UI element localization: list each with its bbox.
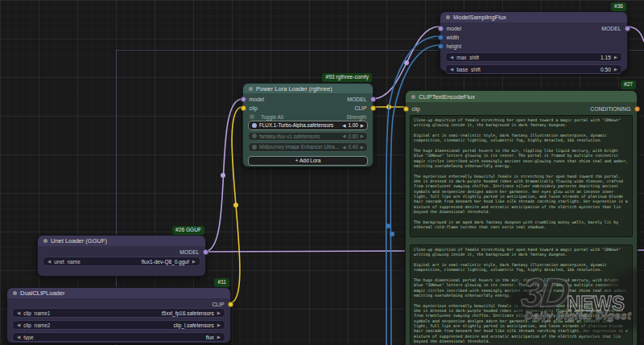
node-title: ModelSamplingFlux [453,14,506,21]
input-label: model [447,26,462,31]
input-port-height[interactable] [438,43,444,49]
node-power-lora-loader[interactable]: Power Lora Loader (rgthree) model MODEL … [242,83,374,167]
collapse-dot-icon[interactable] [43,239,47,243]
input-port-clip[interactable] [403,106,409,112]
output-port-model[interactable] [625,26,630,31]
input-port-clip[interactable] [241,105,246,111]
lora-row[interactable]: fantasy-flux-v1.safetensors ◀ 0.80 ▶ [248,132,368,142]
lora-name: FLUX.1-Turbo-Alpha.safetensors [259,122,340,128]
widget-type[interactable]: ◀ type flux ▶ [12,332,225,342]
node-title-bar[interactable]: Power Lora Loader (rgthree) [243,84,373,93]
increment-arrow-icon[interactable]: ▶ [361,133,364,138]
decrement-arrow-icon[interactable]: ◀ [450,55,453,60]
decrement-arrow-icon[interactable]: ◀ [450,67,453,72]
input-label: model [250,97,265,102]
input-label: height [447,43,462,49]
widget-name: clip_name2 [23,322,50,328]
prev-option-arrow-icon[interactable]: ◀ [17,322,20,327]
node-title-bar[interactable]: Unet Loader (GGUF) [38,236,205,246]
toggle-all-switch[interactable] [250,114,254,119]
lora-row[interactable]: Midjourney Image Enhancer Ultra.safetens… [248,142,368,152]
lora-name: Midjourney Image Enhancer Ultra.safetens… [259,144,340,150]
clip-l-prompt-textarea[interactable]: Close-up depiction of female stretching … [410,115,633,237]
node-badge-dualclip: #11 [214,278,229,287]
node-dual-clip-loader[interactable]: DualCLIPLoader CLIP ◀ clip_name1 t5xxl_f… [6,287,231,343]
collapse-dot-icon[interactable] [13,291,17,295]
node-title: DualCLIPLoader [20,290,64,297]
next-option-arrow-icon[interactable]: ▶ [217,335,221,339]
input-label: clip [412,106,420,112]
widget-unet-name[interactable]: ◀ unet_name flux1-dev-Q8_0.gguf ▶ [43,257,200,266]
increment-arrow-icon[interactable]: ▶ [614,67,617,72]
toggle-all-label: Toggle All [261,114,283,120]
output-port-conditioning[interactable] [634,106,640,112]
widget-value: 1.15 [601,55,611,60]
lora-row[interactable]: FLUX.1-Turbo-Alpha.safetensors ◀ 1.00 ▶ [248,121,368,130]
strength-header: Strength [346,114,366,120]
widget-name: type [23,335,33,340]
node-title-bar[interactable]: CLIPTextEncodeFlux [406,91,637,102]
node-title: Unet Loader (GGUF) [51,237,107,244]
lora-strength: 0.80 [349,133,358,139]
node-badge-lora: #93 rgthree-comfy [322,73,372,82]
lora-strength: 1.00 [349,122,358,128]
node-badge-unet: #26 GGUF [172,226,204,235]
widget-value: 0.50 [601,67,611,72]
prev-option-arrow-icon[interactable]: ◀ [17,335,20,339]
widget-value: flux [206,335,214,340]
output-label: CLIP [212,302,224,307]
widget-max-shift[interactable]: ◀ max_shift 1.15 ▶ [445,52,622,62]
widget-name: clip_name1 [23,310,50,316]
node-clip-text-encode-flux[interactable]: CLIPTextEncodeFlux clip CONDITIONING Clo… [405,90,638,345]
node-title: CLIPTextEncodeFlux [419,93,475,101]
input-label: width [447,35,460,40]
lora-name: fantasy-flux-v1.safetensors [259,133,340,139]
widget-name: base_shift [456,67,481,72]
prev-option-arrow-icon[interactable]: ◀ [17,310,20,315]
output-label: MODEL [180,249,199,255]
output-label: MODEL [347,97,366,102]
prev-option-arrow-icon[interactable]: ◀ [47,259,51,264]
decrement-arrow-icon[interactable]: ◀ [342,145,345,150]
input-port-model[interactable] [241,97,246,102]
output-port-model[interactable] [203,249,208,255]
widget-clip-name2[interactable]: ◀ clip_name2 clip_l.safetensors ▶ [12,320,225,330]
output-port-clip[interactable] [228,302,233,307]
node-canvas[interactable]: #36 ModelSamplingFlux model MODEL width … [0,0,644,345]
output-label: CONDITIONING [590,106,630,112]
increment-arrow-icon[interactable]: ▶ [361,145,364,150]
input-port-width[interactable] [438,35,444,40]
next-option-arrow-icon[interactable]: ▶ [217,322,221,327]
node-title-bar[interactable]: ModelSamplingFlux [440,12,627,23]
lora-toggle-off[interactable] [252,145,257,150]
collapse-dot-icon[interactable] [411,95,415,99]
increment-arrow-icon[interactable]: ▶ [361,123,364,128]
lora-strength: 0.40 [349,144,358,150]
node-model-sampling-flux[interactable]: ModelSamplingFlux model MODEL width heig… [440,11,628,72]
lora-toggle-on[interactable] [252,123,257,128]
node-badge-clip-encode: #27 [621,80,636,89]
next-option-arrow-icon[interactable]: ▶ [217,310,221,315]
decrement-arrow-icon[interactable]: ◀ [342,133,345,138]
widget-clip-name1[interactable]: ◀ clip_name1 t5xxl_fp16.safetensors ▶ [12,308,225,318]
widget-value: t5xxl_fp16.safetensors [162,310,214,316]
add-lora-button[interactable]: + Add Lora [248,156,368,166]
node-title-bar[interactable]: DualCLIPLoader [7,288,230,298]
widget-name: unet_name [54,259,80,265]
widget-base-shift[interactable]: ◀ base_shift 0.50 ▶ [445,64,622,74]
decrement-arrow-icon[interactable]: ◀ [342,123,345,128]
input-label: clip [250,105,258,111]
output-port-model[interactable] [370,97,376,102]
node-unet-loader-gguf[interactable]: Unet Loader (GGUF) MODEL ◀ unet_name flu… [37,235,206,277]
input-port-model[interactable] [438,26,444,31]
collapse-dot-icon[interactable] [446,15,450,19]
widget-name: max_shift [456,55,479,60]
lora-toggle-off[interactable] [252,133,257,138]
node-title: Power Lora Loader (rgthree) [256,85,332,92]
next-option-arrow-icon[interactable]: ▶ [192,259,196,264]
t5xxl-prompt-textarea[interactable]: Close-up depiction of female stretching … [410,244,633,345]
output-port-clip[interactable] [370,105,376,111]
collapse-dot-icon[interactable] [249,87,253,91]
increment-arrow-icon[interactable]: ▶ [614,55,617,60]
output-label: MODEL [601,26,621,31]
